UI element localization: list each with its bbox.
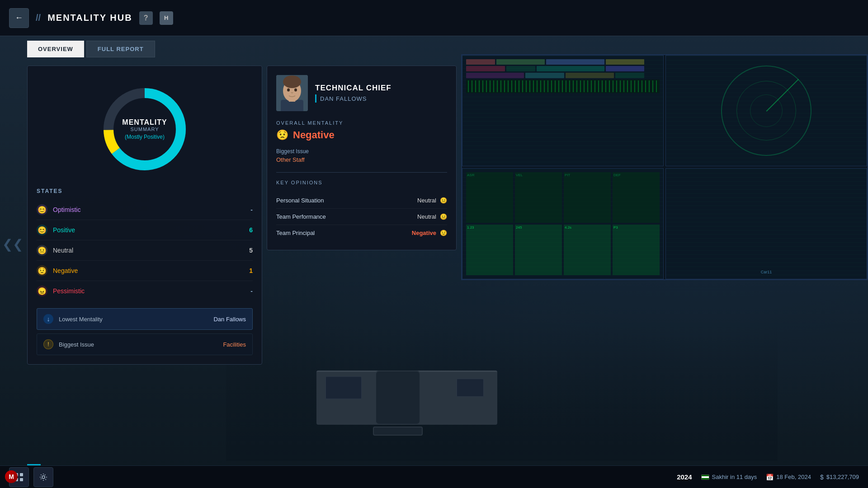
biggest-issue-label: Biggest Issue [276,148,447,155]
state-row-neutral: 😐 Neutral 5 [37,240,253,261]
states-title: STATES [37,188,253,194]
status-bar: 2024 Sakhir in 11 days 📅 18 Feb, 2024 $ … [0,465,868,488]
overall-mentality-label: OVERALL MENTALITY [276,120,447,126]
state-icon-positive: 😊 [37,225,47,235]
hotkey-button[interactable]: H [160,11,173,25]
opinion-row-team: Team Performance Neutral 😐 [276,209,447,225]
top-bar: ← // MENTALITY HUB ? H [0,0,868,36]
svg-point-8 [283,75,301,88]
screen-bottom-right: Car11 [665,168,867,279]
lowest-label: Lowest Mentality [59,316,213,323]
state-count-negative: 1 [244,267,253,274]
svg-rect-12 [20,473,23,476]
money-icon: $ [820,474,824,481]
issue-label: Biggest Issue [59,341,223,348]
screen-top-right [665,55,867,166]
name-divider [315,94,316,103]
state-row-optimistic: 😊 Optimistic - [37,200,253,220]
svg-point-9 [287,89,290,92]
office-area [226,325,778,461]
state-name-neutral: Neutral [53,247,244,254]
issue-value: Facilities [223,341,246,348]
svg-point-10 [294,89,297,92]
opinion-label-personal: Personal Situation [276,197,417,204]
mentality-emoji: 😟 [276,129,288,141]
hotkey-label: H [164,14,168,21]
nav-separator: // [36,13,41,23]
state-icon-negative: 😟 [37,265,47,276]
calendar-icon: 📅 [766,474,774,481]
lowest-mentality-row[interactable]: ↓ Lowest Mentality Dan Fallows [37,308,253,330]
person-header: TECHNICAL CHIEF DAN FALLOWS [276,75,447,111]
date-text: 18 Feb, 2024 [776,474,811,480]
screen-top-left [462,55,664,166]
tab-full-report[interactable]: FULL REPORT [86,41,155,57]
key-opinions-title: KEY OPINIONS [276,180,447,185]
biggest-issue-value: Other Staff [276,156,447,163]
state-icon-optimistic: 😊 [37,204,47,215]
donut-sub: SUMMARY [122,127,167,132]
settings-button[interactable] [33,467,53,487]
person-name: DAN FALLOWS [315,94,392,103]
status-money: $ $13,227,709 [820,474,859,481]
year-badge: 2024 [677,473,692,481]
mentality-text: Negative [293,129,335,141]
state-icon-neutral: 😐 [37,245,47,256]
money-text: $13,227,709 [826,474,859,480]
help-label: ? [144,14,148,22]
logo: M [2,468,20,486]
state-count-neutral: 5 [244,247,253,254]
person-role: TECHNICAL CHIEF [315,84,392,93]
opinion-text-principal: Negative [412,230,436,236]
state-row-positive: 😊 Positive 6 [37,220,253,240]
page-title: MENTALITY HUB [47,13,132,23]
donut-center: MENTALITY SUMMARY (Mostly Positive) [122,118,167,140]
state-count-pessimistic: - [244,287,253,295]
separator [276,172,447,173]
svg-point-15 [42,476,45,479]
opinion-value-principal: Negative 😟 [412,230,447,236]
opinion-label-team: Team Performance [276,213,417,220]
opinion-value-personal: Neutral 😐 [417,197,447,204]
chair [371,371,425,443]
person-info: TECHNICAL CHIEF DAN FALLOWS [315,84,392,103]
state-name-positive: Positive [53,226,244,234]
location-text: Sakhir in 11 days [712,474,757,480]
donut-status: (Mostly Positive) [122,134,167,140]
status-location: Sakhir in 11 days [701,474,757,480]
issue-icon: ! [43,339,53,349]
back-button[interactable]: ← [9,8,29,28]
state-name-negative: Negative [53,267,244,274]
flag-icon [701,474,709,480]
tab-bar: OVERVIEW FULL REPORT [27,41,155,57]
biggest-issue-row[interactable]: ! Biggest Issue Facilities [37,333,253,355]
opinion-emoji-principal: 😟 [440,230,447,236]
status-right: 2024 Sakhir in 11 days 📅 18 Feb, 2024 $ … [677,473,859,481]
donut-title: MENTALITY [122,118,167,127]
back-icon: ← [15,13,23,23]
opinion-value-team: Neutral 😐 [417,213,447,220]
donut-container: MENTALITY SUMMARY (Mostly Positive) [37,84,253,174]
opinion-text-personal: Neutral [417,197,436,204]
state-name-pessimistic: Pessimistic [53,287,244,295]
state-count-positive: 6 [244,226,253,234]
opinion-row-personal: Personal Situation Neutral 😐 [276,192,447,209]
status-date: 📅 18 Feb, 2024 [766,474,811,481]
lowest-icon: ↓ [43,314,53,324]
state-count-optimistic: - [244,206,253,213]
tab-overview[interactable]: OVERVIEW [27,41,84,57]
opinion-text-team: Neutral [417,213,436,220]
opinion-label-principal: Team Principal [276,230,412,236]
main-panel: MENTALITY SUMMARY (Mostly Positive) STAT… [27,66,262,365]
wall-screens: ASR VEL PIT DEF 1.23 245 4.2s P3 Car11 [461,54,868,280]
svg-rect-14 [20,478,23,481]
state-row-pessimistic: 😠 Pessimistic - [37,281,253,301]
person-avatar [276,75,308,111]
detail-popup: TECHNICAL CHIEF DAN FALLOWS OVERALL MENT… [267,66,457,250]
help-button[interactable]: ? [139,11,153,25]
donut-chart: MENTALITY SUMMARY (Mostly Positive) [99,84,190,174]
overall-mentality-value: 😟 Negative [276,129,447,141]
opinion-row-principal: Team Principal Negative 😟 [276,225,447,241]
state-row-negative: 😟 Negative 1 [37,261,253,281]
state-name-optimistic: Optimistic [53,206,244,213]
